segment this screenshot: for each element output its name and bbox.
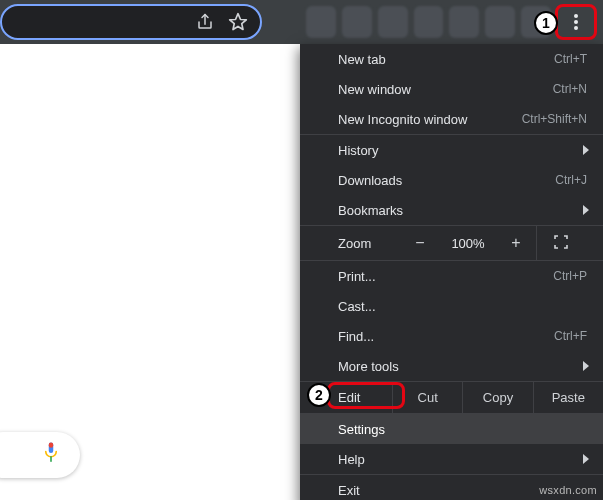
menu-item-settings[interactable]: Settings (300, 414, 603, 444)
page-body (0, 44, 300, 500)
svg-marker-9 (583, 361, 589, 371)
menu-zoom-row: Zoom − 100% + (300, 225, 603, 261)
menu-label: Help (338, 452, 587, 467)
chevron-right-icon (583, 205, 589, 215)
fullscreen-button[interactable] (536, 226, 584, 260)
menu-shortcut: Ctrl+P (553, 269, 587, 283)
menu-label: History (338, 143, 587, 158)
menu-label: New Incognito window (338, 112, 522, 127)
menu-item-bookmarks[interactable]: Bookmarks (300, 195, 603, 225)
menu-group-new: New tab Ctrl+T New window Ctrl+N New Inc… (300, 44, 603, 134)
zoom-out-button[interactable]: − (400, 234, 440, 252)
star-icon[interactable] (228, 12, 248, 32)
menu-shortcut: Ctrl+F (554, 329, 587, 343)
svg-point-6 (574, 26, 578, 30)
menu-label: Find... (338, 329, 554, 344)
extensions-blur (306, 6, 551, 38)
svg-point-5 (574, 20, 578, 24)
menu-label: New window (338, 82, 553, 97)
svg-marker-10 (583, 454, 589, 464)
watermark-text: wsxdn.com (539, 484, 597, 496)
menu-label: Settings (338, 422, 587, 437)
menu-shortcut: Ctrl+N (553, 82, 587, 96)
edit-copy-button[interactable]: Copy (462, 382, 532, 413)
menu-label: More tools (338, 359, 587, 374)
menu-label: Print... (338, 269, 553, 284)
menu-group-settings: Settings Help (300, 413, 603, 474)
omnibox[interactable] (0, 4, 262, 40)
svg-marker-7 (583, 145, 589, 155)
chevron-right-icon (583, 361, 589, 371)
fullscreen-icon (554, 235, 568, 252)
zoom-in-button[interactable]: + (496, 234, 536, 252)
callout-badge-1: 1 (534, 11, 558, 35)
menu-item-new-window[interactable]: New window Ctrl+N (300, 74, 603, 104)
menu-label: Cast... (338, 299, 587, 314)
menu-label: Bookmarks (338, 203, 587, 218)
menu-label: New tab (338, 52, 554, 67)
menu-item-new-incognito[interactable]: New Incognito window Ctrl+Shift+N (300, 104, 603, 134)
menu-item-print[interactable]: Print... Ctrl+P (300, 261, 603, 291)
menu-item-history[interactable]: History (300, 135, 603, 165)
menu-group-tools: Print... Ctrl+P Cast... Find... Ctrl+F M… (300, 261, 603, 381)
svg-marker-8 (583, 205, 589, 215)
svg-rect-2 (49, 443, 54, 448)
microphone-icon (42, 441, 60, 469)
menu-shortcut: Ctrl+T (554, 52, 587, 66)
chevron-right-icon (583, 145, 589, 155)
chevron-right-icon (583, 454, 589, 464)
menu-group-history: History Downloads Ctrl+J Bookmarks (300, 134, 603, 225)
svg-point-4 (574, 14, 578, 18)
kebab-highlight (555, 4, 597, 40)
voice-search-pill[interactable] (0, 432, 80, 478)
menu-shortcut: Ctrl+Shift+N (522, 112, 587, 126)
menu-item-downloads[interactable]: Downloads Ctrl+J (300, 165, 603, 195)
menu-shortcut: Ctrl+J (555, 173, 587, 187)
zoom-value: 100% (440, 236, 496, 251)
menu-item-help[interactable]: Help (300, 444, 603, 474)
menu-item-new-tab[interactable]: New tab Ctrl+T (300, 44, 603, 74)
menu-edit-row: Edit Cut Copy Paste (300, 381, 603, 413)
svg-marker-0 (230, 14, 247, 30)
browser-page-area (0, 0, 300, 500)
share-icon[interactable] (196, 13, 214, 31)
callout-badge-2: 2 (307, 383, 331, 407)
menu-item-more-tools[interactable]: More tools (300, 351, 603, 381)
menu-item-find[interactable]: Find... Ctrl+F (300, 321, 603, 351)
menu-item-cast[interactable]: Cast... (300, 291, 603, 321)
menu-label: Downloads (338, 173, 555, 188)
address-bar-strip (0, 0, 300, 44)
kebab-menu-button[interactable] (562, 8, 590, 36)
zoom-label: Zoom (300, 236, 400, 251)
edit-paste-button[interactable]: Paste (533, 382, 603, 413)
edit-cut-button[interactable]: Cut (392, 382, 462, 413)
chrome-context-menu: New tab Ctrl+T New window Ctrl+N New Inc… (300, 44, 603, 500)
